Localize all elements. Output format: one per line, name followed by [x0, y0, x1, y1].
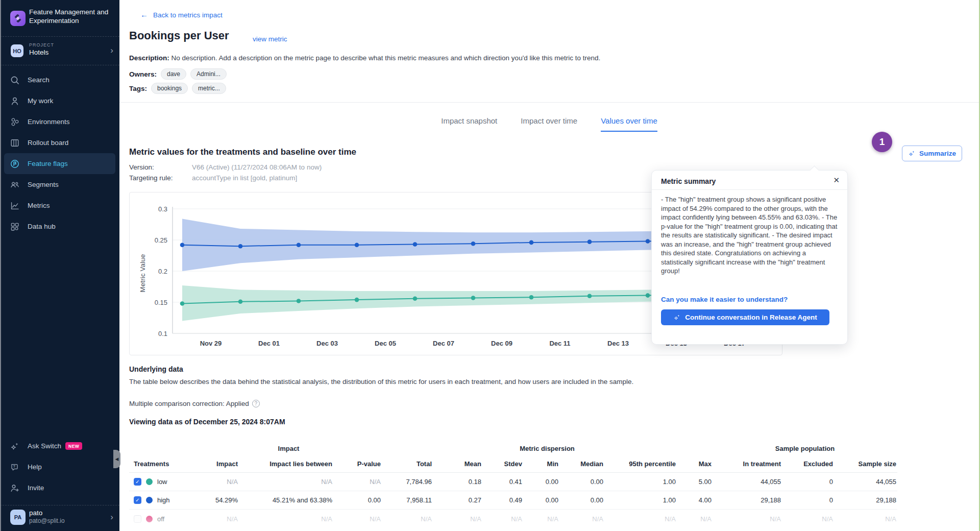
table-cell: N/A	[834, 510, 897, 528]
user-account-row[interactable]: PA pato pato@split.io ›	[0, 505, 119, 531]
x-tick-label: Dec 11	[549, 340, 570, 347]
targeting-rule-row: Targeting rule: accountType in list [gol…	[129, 174, 486, 183]
tag-chip[interactable]: metric...	[192, 83, 226, 94]
continue-conversation-button[interactable]: Continue conversation in Release Agent	[661, 309, 829, 325]
data-point-high[interactable]	[529, 240, 534, 245]
new-badge: NEW	[65, 442, 82, 450]
data-point-high[interactable]	[355, 243, 359, 247]
tab-values-over-time[interactable]: Values over time	[601, 116, 657, 132]
table-cell: 0.00	[523, 473, 559, 491]
brand-header: Feature Management and Experimentation	[0, 0, 119, 36]
tab-bar: Impact snapshot Impact over time Values …	[119, 116, 979, 132]
chevron-right-icon: ›	[110, 513, 113, 521]
data-point-low[interactable]	[297, 299, 301, 303]
sidebar: Feature Management and Experimentation H…	[0, 0, 119, 531]
back-link[interactable]: ←Back to metrics impact	[140, 10, 223, 19]
tab-impact-snapshot[interactable]: Impact snapshot	[441, 116, 497, 132]
data-point-high[interactable]	[413, 242, 418, 247]
spacer	[129, 442, 195, 455]
info-icon[interactable]: ?	[252, 400, 260, 407]
hexagons-icon	[10, 117, 20, 127]
group-header-sample-population: Sample population	[713, 442, 897, 455]
x-tick-label: Dec 01	[258, 340, 280, 347]
back-arrow-icon: ←	[140, 10, 148, 19]
table-cell: 7,958.11	[382, 491, 433, 510]
column-header: 95th percentile	[604, 455, 677, 473]
data-point-low[interactable]	[646, 293, 650, 298]
summarize-button[interactable]: Summarize	[902, 146, 962, 161]
sidebar-item-label: Segments	[28, 181, 59, 188]
sidebar-item-feature-flags[interactable]: Feature flags	[4, 153, 115, 174]
tag-chip[interactable]: bookings	[151, 83, 188, 94]
underlying-data-heading: Underlying data	[129, 365, 183, 373]
table-cell: 5.00	[677, 473, 713, 491]
table-cell: N/A	[604, 510, 677, 528]
treatment-label: high	[157, 496, 170, 504]
data-point-low[interactable]	[587, 294, 592, 299]
treatment-cell: ✓low	[129, 473, 195, 491]
sidebar-item-ask-switch[interactable]: Ask Switch NEW	[0, 436, 119, 456]
close-icon[interactable]: ✕	[833, 176, 840, 185]
data-point-high[interactable]	[180, 243, 185, 247]
sidebar-item-environments[interactable]: Environments	[0, 111, 119, 132]
data-point-high[interactable]	[471, 242, 476, 246]
data-point-high[interactable]	[238, 244, 243, 249]
data-point-high[interactable]	[297, 243, 301, 247]
sidebar-item-help[interactable]: ? Help	[0, 456, 119, 477]
grid-squares-icon	[10, 222, 20, 232]
column-header: Mean	[433, 455, 482, 473]
avatar: PA	[10, 510, 26, 525]
divider	[119, 102, 979, 103]
targeting-value: accountType in list [gold, platinum]	[192, 174, 297, 182]
flag-circle-icon	[10, 159, 20, 169]
owner-chip[interactable]: Admini...	[190, 68, 227, 80]
data-point-high[interactable]	[646, 239, 650, 244]
person-plus-icon	[10, 483, 20, 493]
svg-text:?: ?	[13, 464, 16, 469]
treatment-checkbox-high[interactable]: ✓	[134, 496, 141, 504]
data-point-low[interactable]	[413, 296, 418, 301]
board-columns-icon	[10, 138, 20, 148]
table-cell: N/A	[677, 510, 713, 528]
data-point-low[interactable]	[238, 299, 243, 304]
table-cell: N/A	[433, 510, 482, 528]
sidebar-item-invite[interactable]: Invite	[0, 477, 119, 498]
data-point-low[interactable]	[529, 295, 534, 300]
view-metric-link[interactable]: view metric	[253, 35, 287, 43]
table-cell: N/A	[523, 510, 559, 528]
sidebar-item-label: Environments	[28, 118, 70, 126]
chevron-right-icon: ›	[110, 46, 113, 55]
project-switcher[interactable]: HO PROJECT Hotels ›	[0, 37, 119, 65]
data-point-low[interactable]	[471, 296, 476, 300]
table-cell: N/A	[382, 510, 433, 528]
app-window: Feature Management and Experimentation H…	[0, 0, 980, 531]
data-point-low[interactable]	[355, 298, 359, 302]
sidebar-item-my-work[interactable]: My work	[0, 90, 119, 111]
treatment-checkbox-off[interactable]	[134, 515, 141, 523]
data-point-low[interactable]	[180, 301, 185, 306]
y-tick-label: 0.2	[158, 268, 167, 275]
description-text: No description. Add a description on the…	[172, 54, 601, 62]
sidebar-item-search[interactable]: Search	[0, 69, 119, 90]
table-cell: 4.00	[677, 491, 713, 510]
sidebar-item-rollout-board[interactable]: Rollout board	[0, 132, 119, 153]
sidebar-item-label: Invite	[28, 484, 44, 492]
owner-chip[interactable]: dave	[161, 68, 186, 80]
sidebar-item-segments[interactable]: Segments	[0, 174, 119, 195]
easier-to-understand-link[interactable]: Can you make it easier to understand?	[661, 296, 788, 303]
treatment-color-dot	[146, 497, 153, 503]
treatment-checkbox-low[interactable]: ✓	[134, 478, 141, 486]
column-header: Sample size	[834, 455, 897, 473]
treatment-color-dot	[146, 478, 153, 485]
column-header: Impact	[195, 455, 239, 473]
main-content: ←Back to metrics impact Bookings per Use…	[119, 0, 979, 531]
sidebar-collapse-handle[interactable]: ◀	[113, 450, 120, 468]
sidebar-item-metrics[interactable]: Metrics	[0, 195, 119, 216]
data-point-high[interactable]	[587, 239, 592, 244]
table-cell: 44,055	[713, 473, 782, 491]
sidebar-item-data-hub[interactable]: Data hub	[0, 216, 119, 237]
project-badge: HO	[11, 44, 23, 57]
divider	[652, 189, 847, 190]
tab-impact-over-time[interactable]: Impact over time	[521, 116, 577, 132]
y-tick-label: 0.25	[155, 236, 167, 244]
